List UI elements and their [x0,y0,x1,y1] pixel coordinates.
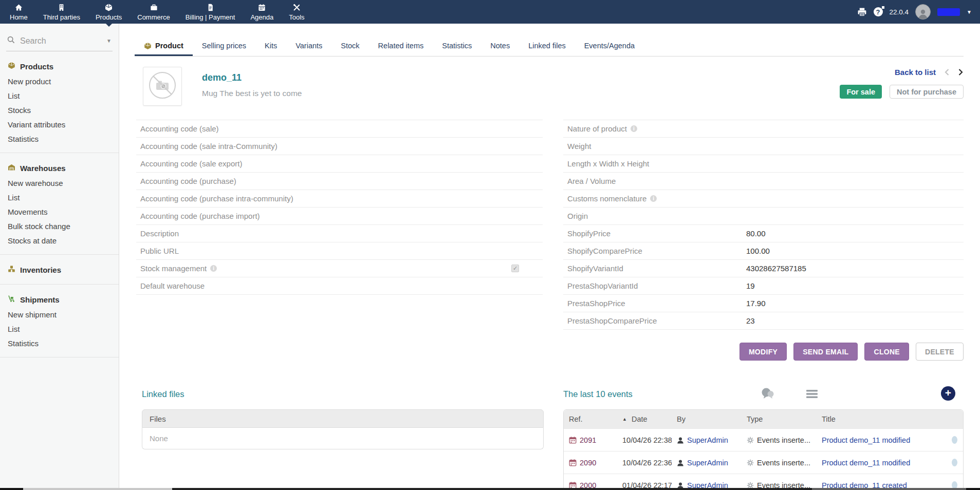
event-date: 10/04/26 22:38 [622,436,672,444]
tab[interactable]: Notes [481,37,519,56]
sidebar-item[interactable]: Bulk stock change [0,219,119,234]
field-label: Accounting code (sale intra-Community) [140,142,278,150]
nav-item-billing[interactable]: Billing | Payment [178,0,243,24]
event-ref-link[interactable]: 2090 [580,459,596,467]
sidebar-item[interactable]: New product [0,74,119,89]
sidebar-section-products: Products New productListStocksVariant at… [0,51,119,153]
sidebar-item[interactable]: Statistics [0,336,119,351]
event-ref-link[interactable]: 2091 [580,436,596,444]
field-row: Accounting code (sale export) [136,155,543,172]
field-label: Accounting code (sale export) [140,159,242,168]
tab[interactable]: Selling prices [193,37,255,56]
messages-icon[interactable] [760,386,775,402]
tab-label: Notes [490,42,510,50]
tab-bar: Product Selling prices Kits Variants Sto… [135,37,964,56]
event-user-link[interactable]: SuperAdmin [687,436,728,444]
sidebar-item[interactable]: Stocks [0,103,119,118]
sidebar-section-shipments-head[interactable]: Shipments [0,292,119,308]
field-label: Weight [567,142,591,150]
nav-item-third-parties[interactable]: Third parties [35,0,88,24]
help-icon[interactable]: ? [874,7,883,16]
event-title-link[interactable]: Product demo_11 modified [822,459,910,467]
nav-item-agenda[interactable]: Agenda [243,0,281,24]
search-input[interactable] [20,36,101,46]
print-icon[interactable] [857,7,867,17]
nav-item-tools[interactable]: Tools [281,0,312,24]
field-row: Area / Volume [563,172,964,190]
sidebar-section-inventories-head[interactable]: Inventories [0,262,119,278]
next-record-icon[interactable] [958,68,964,76]
sidebar-item[interactable]: List [0,322,119,336]
tab[interactable]: Related items [369,37,433,56]
sort-asc-icon: ▲ [622,417,627,422]
col-title[interactable]: Title [817,415,940,423]
search-caret-icon[interactable]: ▼ [106,38,112,44]
col-date[interactable]: ▲Date [617,415,672,423]
tab[interactable]: Variants [286,37,331,56]
sidebar-item[interactable]: New warehouse [0,176,119,191]
back-to-list-link[interactable]: Back to list [895,68,936,77]
field-row: Customs nomenclature i [563,190,964,207]
sidebar-section-products-head[interactable]: Products [0,59,119,74]
sidebar-section-warehouses-head[interactable]: Warehouses [0,160,119,176]
section-title: Shipments [20,295,60,304]
delete-button[interactable]: DELETE [916,343,964,361]
list-view-icon[interactable] [804,386,820,402]
tab-label: Related items [378,42,424,50]
field-label: Length x Width x Height [567,159,649,168]
tab[interactable]: Stock [331,37,368,56]
section-title: Warehouses [20,164,66,173]
prev-record-icon[interactable] [944,68,950,76]
sidebar-item[interactable]: Variant attributes [0,118,119,132]
col-by[interactable]: By [672,415,742,423]
stock-management-checkbox[interactable]: ✓ [511,265,519,272]
event-date: 10/04/26 22:36 [622,459,672,467]
clone-button[interactable]: CLONE [864,343,909,361]
tab-label: Selling prices [202,42,246,50]
sidebar-item[interactable]: New shipment [0,308,119,322]
sidebar-item[interactable]: Statistics [0,132,119,146]
username-redacted[interactable] [937,8,960,16]
event-date: 01/04/26 22:17 [622,481,672,488]
event-ref-link[interactable]: 2000 [580,481,596,488]
modify-button[interactable]: MODIFY [739,343,787,361]
add-event-button[interactable]: + [941,386,955,401]
nav-item-products[interactable]: Products [88,0,130,24]
event-row: 2000 01/04/26 22:17 SuperAdmin Events in… [564,474,963,488]
sidebar-item[interactable]: Movements [0,205,119,219]
field-label: Stock management [140,264,207,273]
tab[interactable]: Kits [255,37,286,56]
event-title-link[interactable]: Product demo_11 modified [822,436,910,444]
tab[interactable]: Product [135,37,193,56]
tab-label: Kits [265,42,277,50]
field-label: Area / Volume [567,177,616,185]
event-title-link[interactable]: Product demo_11 created [822,481,907,488]
field-row: PrestaShopComparePrice 23 [563,312,964,329]
event-row: 2090 10/04/26 22:36 SuperAdmin Events in… [564,451,963,474]
event-user-link[interactable]: SuperAdmin [687,459,728,467]
gear-icon [747,482,754,488]
send-email-button[interactable]: SEND EMAIL [793,343,858,361]
sidebar-item[interactable]: Stocks at date [0,234,119,248]
user-avatar[interactable] [915,4,931,20]
action-buttons: MODIFY SEND EMAIL CLONE DELETE [739,343,964,361]
col-ref[interactable]: Ref. [564,415,617,423]
nav-item-commerce[interactable]: Commerce [130,0,178,24]
event-user-link[interactable]: SuperAdmin [687,481,728,488]
divider [0,357,119,357]
sidebar-section-warehouses: Warehouses New warehouseListMovementsBul… [0,153,119,255]
field-label: PrestaShopComparePrice [567,316,657,325]
chevron-down-icon[interactable]: ▼ [967,9,972,15]
nav-label: Third parties [43,13,80,21]
warehouse-icon [8,163,15,173]
col-type[interactable]: Type [742,415,817,423]
sidebar-item[interactable]: List [0,89,119,103]
sidebar-item[interactable]: List [0,191,119,205]
field-label: PrestaShopVariantId [567,281,638,290]
tab-label: Stock [341,42,359,50]
tab[interactable]: Linked files [519,37,575,56]
tab[interactable]: Events/Agenda [575,37,644,56]
nav-item-home[interactable]: Home [2,0,35,24]
tab[interactable]: Statistics [433,37,481,56]
for-sale-badge: For sale [840,85,882,99]
